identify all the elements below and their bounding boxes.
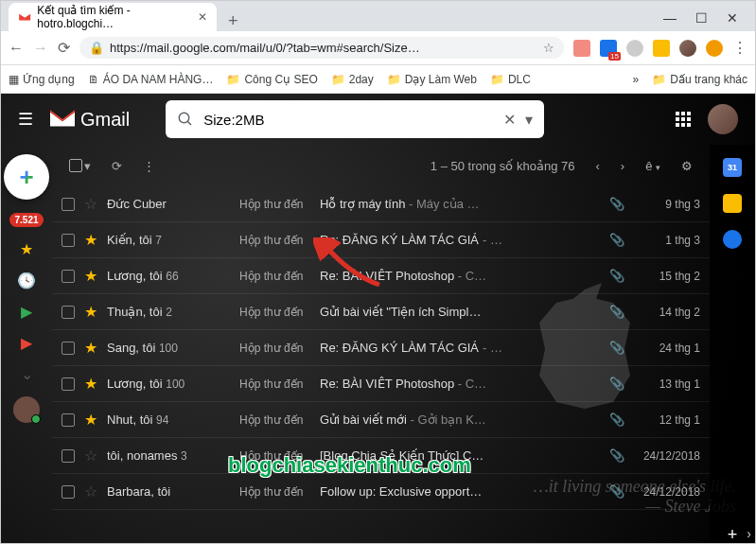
clear-search-icon[interactable]: ✕ xyxy=(503,111,516,129)
chevron-down-icon[interactable]: ⌄ xyxy=(21,365,33,383)
browser-tab[interactable]: Kết quả tìm kiếm - hotro.blogchi… ✕ xyxy=(9,3,217,31)
star-icon[interactable]: ★ xyxy=(84,411,97,429)
settings-gear-icon[interactable]: ⚙ xyxy=(681,159,693,173)
tasks-icon[interactable] xyxy=(723,230,742,249)
gmail-logo[interactable]: Gmail xyxy=(50,109,130,131)
new-tab-button[interactable]: + xyxy=(217,11,250,31)
row-checkbox[interactable] xyxy=(62,198,75,211)
bookmark-apps[interactable]: ▦Ứng dụng xyxy=(9,73,75,86)
snoozed-icon[interactable]: 🕓 xyxy=(17,272,36,290)
email-row[interactable]: ★Lương, tôi 100Hộp thư đếnRe: BÀI VIẾT P… xyxy=(52,366,710,402)
sender: Kiến, tôi 7 xyxy=(107,233,230,247)
row-checkbox[interactable] xyxy=(62,270,75,283)
refresh-icon[interactable]: ⟳ xyxy=(112,159,122,173)
search-input[interactable] xyxy=(203,100,494,138)
email-row[interactable]: ★Thuận, tôi 2Hộp thư đếnGửi bài viết "Ti… xyxy=(52,294,710,330)
gmail-body: + 7.521 ★ 🕓 ▶ ▶ ⌄ ▾ ⟳ ⋮ 1 – 50 trong số … xyxy=(1,145,755,544)
maximize-icon[interactable]: ☐ xyxy=(695,10,708,26)
star-icon[interactable]: ★ xyxy=(84,231,97,249)
attachment-icon: 📎 xyxy=(609,412,624,427)
row-checkbox[interactable] xyxy=(62,413,75,427)
row-checkbox[interactable] xyxy=(62,342,75,355)
select-all-checkbox[interactable]: ▾ xyxy=(69,159,91,173)
next-page-icon[interactable]: › xyxy=(621,159,624,173)
date: 12 thg 1 xyxy=(634,413,700,427)
bookmarks-bar: ▦Ứng dụng 🗎ÁO DA NAM HÀNG… 📁Công Cụ SEO … xyxy=(1,65,755,94)
gmail-envelope-icon xyxy=(50,110,75,129)
star-icon[interactable]: ☆ xyxy=(84,447,97,465)
search-icon[interactable] xyxy=(177,111,194,128)
inbox-label: Hộp thư đến xyxy=(239,198,310,211)
starred-icon[interactable]: ★ xyxy=(20,240,33,258)
email-row[interactable]: ☆Barbara, tôiHộp thư đếnFollow up: Exclu… xyxy=(52,474,710,510)
search-options-icon[interactable]: ▾ xyxy=(525,111,533,129)
email-row[interactable]: ★Kiến, tôi 7Hộp thư đếnRe: ĐĂNG KÝ LÀM T… xyxy=(52,222,710,258)
bookmark-folder[interactable]: 📁Dấu trang khác xyxy=(652,73,747,86)
close-window-icon[interactable]: ✕ xyxy=(727,10,738,26)
hamburger-menu-icon[interactable]: ☰ xyxy=(18,109,33,130)
calendar-icon[interactable] xyxy=(723,158,742,177)
compose-button[interactable]: + xyxy=(4,154,49,200)
minimize-icon[interactable]: — xyxy=(663,10,677,26)
bookmark-folder[interactable]: 📁Dạy Làm Web xyxy=(387,73,477,86)
expand-panel-icon[interactable]: › xyxy=(747,526,751,541)
row-checkbox[interactable] xyxy=(62,485,75,499)
profile-avatar-icon[interactable] xyxy=(679,40,696,57)
bookmark-overflow[interactable]: » xyxy=(633,73,640,86)
subject: Gửi bài viết "Tiện ích Simpl… xyxy=(320,305,600,319)
star-icon[interactable]: ☆ xyxy=(84,483,97,500)
hangouts-avatar[interactable] xyxy=(13,396,40,423)
google-apps-icon[interactable] xyxy=(676,112,691,127)
label-icon[interactable]: ▶ xyxy=(21,334,32,352)
date: 13 thg 1 xyxy=(634,377,700,391)
url-input[interactable]: 🔒 https://mail.google.com/mail/u/0/?tab=… xyxy=(79,37,564,59)
row-checkbox[interactable] xyxy=(62,449,75,463)
star-icon[interactable]: ★ xyxy=(84,339,97,357)
important-icon[interactable]: ▶ xyxy=(21,303,32,321)
account-avatar[interactable] xyxy=(708,104,738,134)
attachment-icon: 📎 xyxy=(609,197,624,211)
prev-page-icon[interactable]: ‹ xyxy=(595,159,599,173)
star-icon[interactable]: ★ xyxy=(84,375,97,393)
bookmark-folder[interactable]: 📁2day xyxy=(331,73,374,86)
date: 24/12/2018 xyxy=(634,485,700,499)
gmail-favicon-icon xyxy=(18,9,31,25)
unread-count-badge[interactable]: 7.521 xyxy=(9,213,43,227)
email-row[interactable]: ★Nhut, tôi 94Hộp thư đếnGửi bài viết mới… xyxy=(52,402,710,438)
menu-icon[interactable]: ⋮ xyxy=(732,39,747,57)
forward-icon[interactable]: → xyxy=(33,40,48,57)
search-box[interactable]: ✕ ▾ xyxy=(166,100,544,138)
star-icon[interactable]: ★ xyxy=(84,267,97,285)
back-icon[interactable]: ← xyxy=(9,40,24,57)
bookmark-folder[interactable]: 📁DLC xyxy=(490,73,531,86)
row-checkbox[interactable] xyxy=(62,234,75,247)
email-row[interactable]: ☆tôi, nonames 3Hộp thư đến[Blog Chia Sẻ … xyxy=(52,438,710,474)
star-url-icon[interactable]: ☆ xyxy=(543,41,554,55)
bookmark-item[interactable]: 🗎ÁO DA NAM HÀNG… xyxy=(88,73,214,86)
attachment-icon: 📎 xyxy=(609,305,624,319)
bookmark-folder[interactable]: 📁Công Cụ SEO xyxy=(226,73,317,86)
folder-icon: 📁 xyxy=(331,73,345,86)
extension-icon[interactable] xyxy=(626,40,643,57)
addons-plus-icon[interactable]: + xyxy=(728,525,738,544)
star-icon[interactable]: ★ xyxy=(84,303,97,321)
extension-icon[interactable] xyxy=(653,40,670,57)
tab-close-icon[interactable]: ✕ xyxy=(198,10,207,24)
extension-icon[interactable] xyxy=(706,40,723,57)
inbox-label: Hộp thư đến xyxy=(239,377,310,391)
extension-icon[interactable] xyxy=(600,40,617,57)
email-row[interactable]: ★Lương, tôi 66Hộp thư đếnRe: BÀI VIẾT Ph… xyxy=(52,258,710,294)
reload-icon[interactable]: ⟳ xyxy=(58,39,70,57)
keep-icon[interactable] xyxy=(723,194,742,213)
subject: [Blog Chia Sẻ Kiến Thức] C… xyxy=(320,448,600,463)
row-checkbox[interactable] xyxy=(62,377,75,391)
extension-icon[interactable] xyxy=(573,40,590,57)
more-icon[interactable]: ⋮ xyxy=(143,159,155,173)
row-checkbox[interactable] xyxy=(62,306,75,319)
subject: Re: BÀI VIẾT Photoshop - C… xyxy=(320,269,600,283)
folder-icon: 📁 xyxy=(652,73,666,86)
email-row[interactable]: ☆Đức CuberHộp thư đếnHỗ trợ máy tính - M… xyxy=(52,186,710,222)
star-icon[interactable]: ☆ xyxy=(84,195,97,213)
email-row[interactable]: ★Sang, tôi 100Hộp thư đếnRe: ĐĂNG KÝ LÀM… xyxy=(52,330,710,366)
input-tools-icon[interactable]: ê ▾ xyxy=(645,159,660,173)
